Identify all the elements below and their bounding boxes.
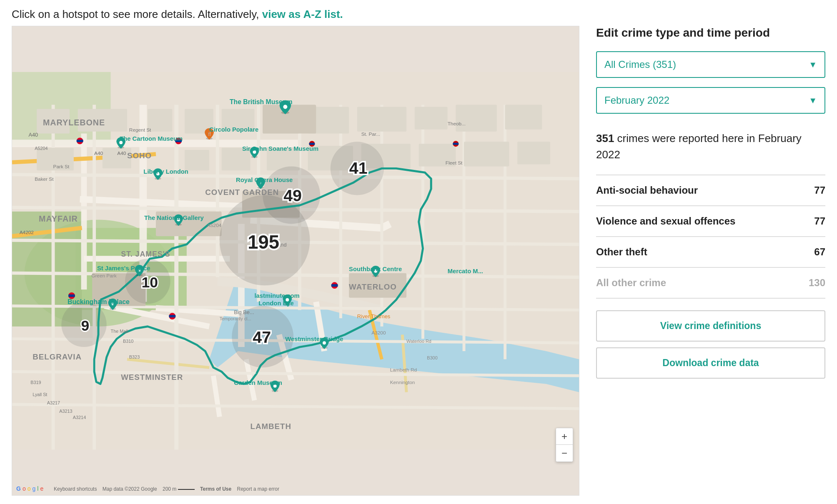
svg-rect-119 [453, 143, 459, 145]
svg-rect-115 [331, 284, 338, 287]
svg-text:Lambeth Rd: Lambeth Rd [390, 367, 417, 373]
svg-text:A40: A40 [28, 132, 38, 138]
crime-row-violence: Violence and sexual offences 77 [596, 206, 825, 237]
crime-row-other-theft: Other theft 67 [596, 237, 825, 268]
summary-count: 351 [596, 132, 614, 145]
crime-count-all-other: 130 [809, 277, 825, 289]
svg-text:B323: B323 [129, 354, 140, 359]
crime-type-dropdown-container: All Crimes (351) ▼ [596, 51, 825, 78]
svg-text:9: 9 [81, 317, 90, 334]
svg-text:MAYFAIR: MAYFAIR [39, 214, 78, 223]
svg-text:Liberty London: Liberty London [143, 168, 188, 175]
view-crime-definitions-button[interactable]: View crime definitions [596, 310, 825, 342]
map-container[interactable]: MARYLEBONE MAYFAIR SOHO COVENT GARDEN ST… [12, 26, 579, 496]
time-period-dropdown-arrow: ▼ [809, 96, 817, 105]
svg-text:A40: A40 [94, 150, 103, 156]
svg-rect-45 [357, 107, 406, 131]
az-list-link[interactable]: view as A-Z list. [262, 8, 343, 20]
svg-text:A4202: A4202 [20, 230, 34, 235]
svg-text:WESTMINSTER: WESTMINSTER [121, 373, 183, 382]
crime-label-other-theft: Other theft [596, 246, 647, 258]
zoom-out-button[interactable]: − [556, 445, 573, 462]
svg-rect-51 [185, 150, 209, 170]
svg-text:Theob...: Theob... [448, 121, 466, 127]
svg-rect-107 [77, 140, 83, 142]
crime-label-anti-social: Anti-social behaviour [596, 185, 698, 196]
svg-rect-57 [464, 142, 509, 166]
svg-text:Temporarily cl...: Temporarily cl... [220, 316, 251, 321]
svg-text:10: 10 [141, 274, 158, 291]
map-svg: MARYLEBONE MAYFAIR SOHO COVENT GARDEN ST… [12, 26, 579, 495]
svg-text:B319: B319 [30, 380, 41, 385]
summary-text: 351 crimes were reported here in Februar… [596, 130, 825, 163]
crime-row-anti-social: Anti-social behaviour 77 [596, 175, 825, 206]
summary-description: crimes were reported here in February 20… [596, 132, 802, 161]
svg-rect-46 [415, 107, 448, 129]
svg-rect-48 [505, 105, 542, 129]
svg-text:41: 41 [349, 159, 368, 177]
svg-text:lastminute.com: lastminute.com [254, 292, 299, 299]
svg-text:Westminster Bridge: Westminster Bridge [285, 336, 343, 342]
google-attribution: Google [16, 485, 43, 492]
svg-rect-47 [456, 105, 497, 131]
svg-text:St. Par...: St. Par... [361, 131, 380, 137]
svg-text:SOHO: SOHO [127, 151, 152, 160]
zoom-in-button[interactable]: + [556, 428, 573, 445]
panel-title: Edit crime type and time period [596, 26, 825, 40]
download-crime-data-button[interactable]: Download crime data [596, 347, 825, 379]
crime-count-other-theft: 67 [814, 246, 825, 258]
crime-type-dropdown-arrow: ▼ [809, 60, 817, 70]
svg-rect-117 [309, 143, 315, 145]
svg-text:BELGRAVIA: BELGRAVIA [33, 352, 82, 361]
svg-text:ST. JAMES'S: ST. JAMES'S [121, 250, 170, 258]
crime-type-dropdown-label: All Crimes (351) [604, 59, 676, 70]
svg-text:Garden Museum: Garden Museum [234, 379, 282, 386]
right-panel: Edit crime type and time period All Crim… [579, 26, 825, 496]
svg-text:Lyall St: Lyall St [33, 392, 47, 397]
svg-text:LAMBETH: LAMBETH [251, 422, 291, 431]
svg-text:A40: A40 [117, 150, 126, 156]
time-period-dropdown-container: February 2022 ▼ [596, 87, 825, 114]
time-period-dropdown[interactable]: February 2022 ▼ [596, 87, 825, 114]
svg-text:Green Park: Green Park [91, 272, 116, 278]
crime-type-dropdown[interactable]: All Crimes (351) ▼ [596, 51, 825, 78]
map-footer: Keyboard shortcuts Map data ©2022 Google… [54, 486, 575, 492]
svg-text:Fleet St: Fleet St [446, 160, 463, 165]
svg-text:Kennington: Kennington [390, 379, 415, 385]
crime-row-all-other: All other crime 130 [596, 268, 825, 299]
svg-rect-58 [517, 142, 550, 164]
svg-text:London Eye: London Eye [258, 299, 294, 306]
svg-text:47: 47 [253, 328, 271, 346]
svg-text:WATERLOO: WATERLOO [349, 282, 397, 291]
svg-text:Park St: Park St [53, 164, 70, 170]
svg-text:The Cartoon Museum: The Cartoon Museum [120, 135, 183, 142]
crime-count-anti-social: 77 [814, 185, 825, 196]
svg-text:The Mall: The Mall [111, 328, 128, 333]
svg-text:The National Gallery: The National Gallery [144, 214, 204, 221]
svg-text:Circolo Popolare: Circolo Popolare [209, 126, 258, 132]
svg-text:A5204: A5204 [207, 222, 222, 228]
svg-text:Big Be...: Big Be... [234, 309, 254, 315]
instruction-bar: Click on a hotspot to see more details. … [0, 0, 837, 26]
svg-text:A3217: A3217 [47, 400, 60, 405]
svg-rect-40 [148, 109, 172, 131]
svg-point-121 [283, 105, 287, 109]
crime-label-all-other: All other crime [596, 277, 666, 289]
crime-list: Anti-social behaviour 77 Violence and se… [596, 175, 825, 299]
main-content: MARYLEBONE MAYFAIR SOHO COVENT GARDEN ST… [0, 26, 837, 504]
svg-rect-113 [169, 315, 175, 317]
svg-text:B300: B300 [427, 355, 437, 360]
svg-text:A5204: A5204 [35, 146, 48, 151]
svg-text:Buckingham Palace: Buckingham Palace [68, 298, 130, 305]
instruction-text: Click on a hotspot to see more details. … [12, 8, 262, 20]
svg-text:Regent St: Regent St [129, 127, 151, 132]
svg-text:River Thames: River Thames [357, 313, 390, 319]
svg-text:Mercato M...: Mercato M... [448, 267, 483, 274]
svg-text:Royal Opera House: Royal Opera House [236, 177, 293, 183]
svg-text:The British Museum: The British Museum [230, 98, 293, 105]
svg-text:195: 195 [248, 231, 279, 252]
svg-text:A3214: A3214 [73, 414, 86, 419]
crime-count-violence: 77 [814, 215, 825, 227]
svg-text:B310: B310 [123, 339, 133, 344]
svg-text:MARYLEBONE: MARYLEBONE [43, 118, 105, 127]
